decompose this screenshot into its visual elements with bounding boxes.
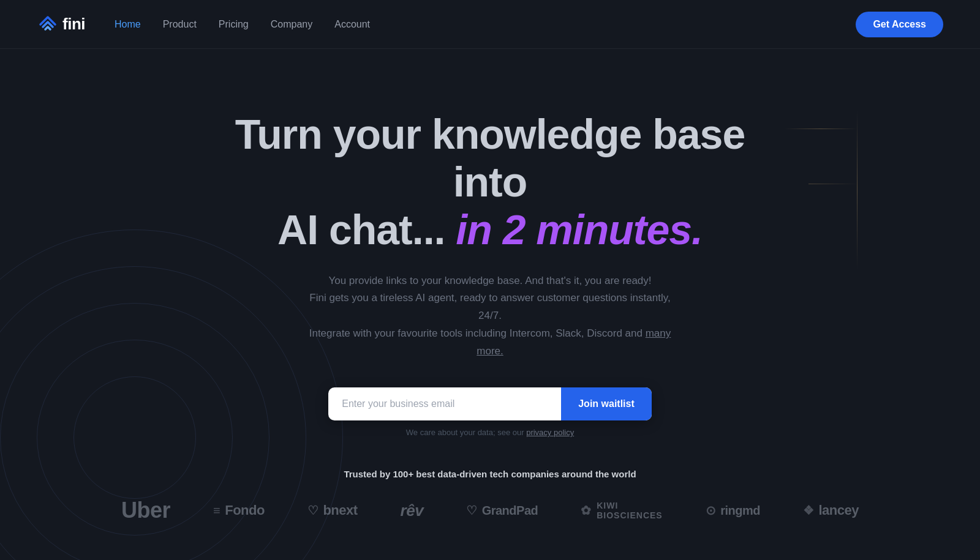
nav-left: fini Home Product Pricing Company Accoun… — [37, 13, 370, 35]
logo-icon — [37, 13, 59, 35]
grandpad-text: GrandPad — [482, 504, 538, 518]
nav-link-product[interactable]: Product — [163, 19, 197, 29]
ringmd-text: ringmd — [720, 504, 760, 518]
logo-text: fini — [62, 15, 85, 34]
ringmd-icon: ⊙ — [706, 503, 716, 518]
bnext-icon: ♡ — [307, 503, 318, 518]
privacy-text: We care about your data; see our — [406, 428, 524, 437]
uber-logo: Uber — [121, 498, 170, 523]
ringmd-logo: ⊙ ringmd — [706, 503, 760, 518]
join-waitlist-button[interactable]: Join waitlist — [561, 387, 652, 420]
lancey-logo: ❖ lancey — [803, 502, 859, 518]
fondo-icon: ≡ — [213, 504, 220, 518]
lancey-icon: ❖ — [803, 503, 814, 518]
grandpad-logo: ♡ GrandPad — [466, 503, 538, 518]
nav-item-company[interactable]: Company — [271, 19, 312, 30]
kiwi-icon: ✿ — [581, 503, 592, 518]
grandpad-icon: ♡ — [466, 503, 477, 518]
email-input[interactable] — [328, 387, 561, 420]
fondo-text: Fondo — [225, 502, 265, 518]
hero-title-line1: Turn your knowledge base into — [235, 111, 745, 205]
trusted-title: Trusted by 100+ best data-driven tech co… — [344, 469, 636, 479]
hero-subtitle-line3: Integrate with your favourite tools incl… — [309, 327, 643, 339]
hero-subtitle-line2: Fini gets you a tireless AI agent, ready… — [309, 292, 670, 321]
nav-link-account[interactable]: Account — [334, 19, 370, 29]
hero-title-highlight: in 2 minutes. — [456, 206, 703, 253]
logos-row: Uber ≡ Fondo ♡ bnext rêv ♡ GrandPad ✿ KI… — [121, 498, 859, 523]
kiwi-logo: ✿ KIWIBIOSCIENCES — [581, 501, 662, 520]
bnext-logo: ♡ bnext — [307, 502, 358, 518]
nav-item-pricing[interactable]: Pricing — [219, 19, 249, 30]
nav-link-home[interactable]: Home — [115, 19, 141, 29]
navbar: fini Home Product Pricing Company Accoun… — [0, 0, 980, 49]
trusted-section: Trusted by 100+ best data-driven tech co… — [0, 469, 980, 523]
hero-subtitle-line1: You provide links to your knowledge base… — [328, 275, 651, 286]
rev-logo: rêv — [401, 501, 424, 520]
privacy-note: We care about your data; see our privacy… — [406, 428, 574, 437]
nav-links: Home Product Pricing Company Account — [115, 19, 370, 30]
kiwi-text: KIWIBIOSCIENCES — [597, 501, 662, 520]
nav-link-pricing[interactable]: Pricing — [219, 19, 249, 29]
hero-title-line2: AI chat... — [277, 206, 445, 253]
fondo-logo: ≡ Fondo — [213, 502, 265, 518]
hero-section: Turn your knowledge base into AI chat...… — [0, 49, 980, 437]
get-access-button[interactable]: Get Access — [856, 12, 943, 37]
hero-subtitle: You provide links to your knowledge base… — [306, 272, 674, 360]
hero-title: Turn your knowledge base into AI chat...… — [227, 110, 753, 254]
email-form: Join waitlist — [328, 387, 652, 420]
lancey-text: lancey — [818, 502, 859, 518]
nav-item-product[interactable]: Product — [163, 19, 197, 30]
logo-link[interactable]: fini — [37, 13, 85, 35]
nav-item-home[interactable]: Home — [115, 19, 141, 30]
nav-item-account[interactable]: Account — [334, 19, 370, 30]
privacy-policy-link[interactable]: privacy policy — [526, 428, 574, 437]
bnext-text: bnext — [323, 502, 357, 518]
nav-link-company[interactable]: Company — [271, 19, 312, 29]
